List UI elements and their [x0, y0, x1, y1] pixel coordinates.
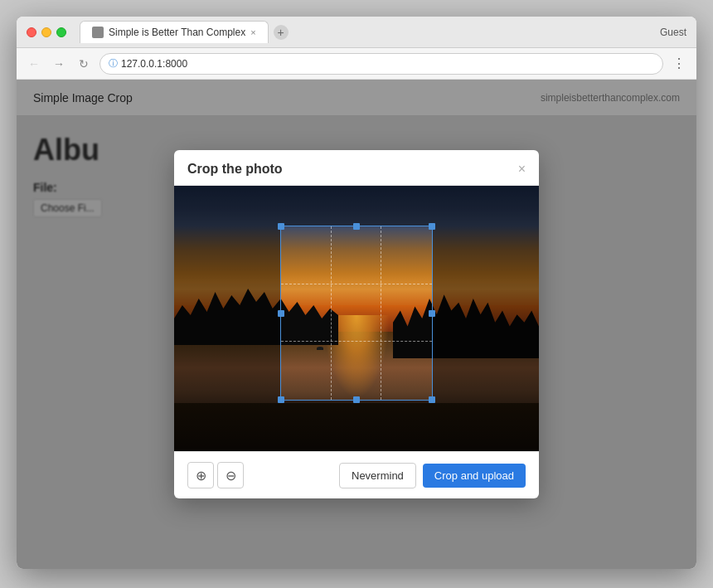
modal-footer: ⊕ ⊖ Nevermind Crop and upload	[174, 451, 539, 498]
crop-modal: Crop the photo ×	[174, 150, 539, 498]
crop-handle-bottom-center[interactable]	[353, 396, 360, 403]
back-button[interactable]: ←	[25, 55, 43, 73]
address-text: 127.0.0.1:8000	[121, 58, 654, 70]
back-icon: ←	[28, 57, 40, 70]
tab-close-button[interactable]: ×	[250, 27, 255, 37]
crop-handle-top-right[interactable]	[429, 223, 435, 230]
crop-overlay-right	[433, 186, 539, 451]
maximize-window-button[interactable]	[56, 27, 66, 37]
tab-favicon	[92, 27, 104, 38]
address-bar[interactable]: ⓘ 127.0.0.1:8000	[99, 53, 663, 75]
refresh-icon: ↻	[79, 57, 89, 70]
tab-bar: Simple is Better Than Complex × +	[80, 21, 289, 43]
crop-grid-h1	[281, 284, 433, 284]
browser-titlebar: Simple is Better Than Complex × + Guest	[17, 17, 696, 48]
forward-icon: →	[53, 57, 65, 70]
modal-overlay: Crop the photo ×	[17, 80, 696, 569]
zoom-in-icon: ⊕	[196, 468, 206, 484]
modal-actions: Nevermind Crop and upload	[339, 463, 526, 488]
nevermind-button[interactable]: Nevermind	[339, 463, 416, 488]
crop-handle-top-left[interactable]	[278, 223, 284, 230]
crop-overlay-bottom	[280, 401, 434, 451]
crop-overlay-left	[174, 186, 280, 451]
active-tab[interactable]: Simple is Better Than Complex ×	[80, 21, 269, 43]
tab-title: Simple is Better Than Complex	[109, 27, 245, 38]
crop-image-area	[174, 186, 539, 451]
browser-navbar: ← → ↻ ⓘ 127.0.0.1:8000 ⋮	[17, 48, 696, 80]
security-icon: ⓘ	[109, 57, 118, 70]
traffic-lights	[27, 27, 66, 37]
new-tab-button[interactable]: +	[274, 25, 289, 40]
minimize-window-button[interactable]	[41, 27, 51, 37]
crop-overlay-top	[280, 186, 434, 226]
modal-title: Crop the photo	[187, 162, 283, 177]
crop-grid-v1	[331, 226, 332, 400]
crop-grid-v2	[381, 226, 381, 400]
crop-handle-top-center[interactable]	[353, 223, 360, 230]
crop-grid-h2	[281, 341, 433, 342]
guest-label: Guest	[660, 27, 686, 38]
menu-dots-icon: ⋮	[672, 56, 686, 71]
crop-box[interactable]	[280, 226, 434, 401]
page-background: Simple Image Crop simpleisbetterthancomp…	[17, 80, 696, 569]
zoom-out-button[interactable]: ⊖	[217, 462, 244, 488]
close-window-button[interactable]	[27, 27, 36, 37]
zoom-controls: ⊕ ⊖	[187, 462, 244, 488]
refresh-button[interactable]: ↻	[75, 55, 93, 73]
zoom-in-button[interactable]: ⊕	[187, 462, 214, 488]
browser-window: Simple is Better Than Complex × + Guest …	[17, 17, 696, 569]
modal-header: Crop the photo ×	[174, 150, 539, 186]
crop-handle-bottom-left[interactable]	[278, 396, 284, 403]
crop-upload-button[interactable]: Crop and upload	[423, 464, 526, 488]
crop-handle-middle-left[interactable]	[278, 310, 284, 317]
browser-menu-button[interactable]: ⋮	[670, 55, 688, 73]
zoom-out-icon: ⊖	[226, 468, 236, 484]
modal-close-button[interactable]: ×	[518, 163, 526, 176]
crop-handle-middle-right[interactable]	[429, 310, 435, 317]
forward-button[interactable]: →	[50, 55, 68, 73]
crop-handle-bottom-right[interactable]	[429, 396, 435, 403]
